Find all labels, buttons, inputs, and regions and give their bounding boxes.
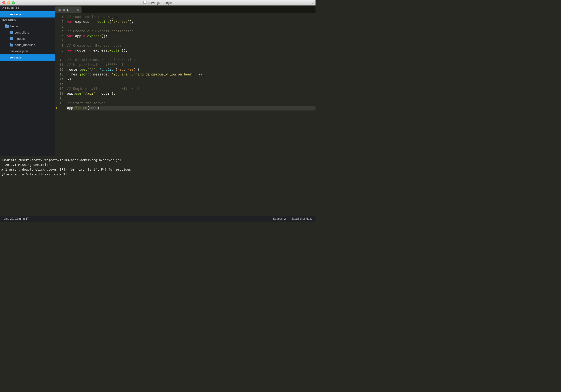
output-line[interactable]: [JSHint: /Users/scott/Projects/talks/bee… [1,158,314,162]
open-files-list: server.js [0,11,55,18]
line-number[interactable]: 16 [55,86,64,91]
tree-item-label: node_modules [15,43,35,47]
file-icon [143,1,147,4]
sidebar: OPEN FILES server.js FOLDERS begincontro… [0,6,55,156]
code-line[interactable] [67,82,315,86]
output-panel[interactable]: [JSHint: /Users/scott/Projects/talks/bee… [0,156,315,216]
output-line[interactable]: [Finished in 0.2s with exit code 2] [1,172,314,177]
code-line[interactable]: // Initial dummy route for testing [67,58,315,63]
line-number[interactable]: 9 [55,53,64,58]
code-line[interactable]: var app = express(); [67,34,315,39]
code-line[interactable]: res.json({ message: 'You are running dan… [67,72,315,77]
main-area: OPEN FILES server.js FOLDERS begincontro… [0,6,315,156]
folder-icon [10,44,13,46]
code-line[interactable] [67,39,315,43]
line-number[interactable]: 15 [55,82,64,86]
output-line[interactable]: 20,17: Missing semicolon. [1,162,314,167]
zoom-window-button[interactable] [12,1,15,4]
code-line[interactable] [67,96,315,101]
status-syntax[interactable]: JavaScript Next [291,217,312,221]
folder-item[interactable]: models [0,36,55,42]
close-window-button[interactable] [2,1,5,4]
file-item[interactable]: server.js [0,54,55,61]
line-number[interactable]: 6 [55,39,64,43]
folder-item[interactable]: node_modules [0,42,55,48]
tree-item-label: models [15,37,25,41]
code-line[interactable]: // Load required packages [67,15,315,19]
line-number[interactable]: 4 [55,29,64,34]
tab-bar: server.js✕ [55,6,315,13]
line-number[interactable]: 2 [55,19,64,24]
line-number[interactable]: 20 [55,106,64,110]
window-title-text: server.js — begin [148,1,172,5]
line-number[interactable]: 1 [55,15,64,19]
folder-item[interactable]: controllers [0,30,55,36]
line-gutter: 1234567891011121314151617181920 [55,15,67,156]
code-line[interactable]: // Register all our routes with /api [67,86,315,91]
tree-item-label: begin [10,24,18,29]
tab-label: server.js [58,8,69,11]
minimize-window-button[interactable] [7,1,10,4]
code-editor[interactable]: 1234567891011121314151617181920 // Load … [55,13,315,156]
line-number[interactable]: 11 [55,63,64,67]
code-line[interactable]: router.get('/', function(req, res) { [67,67,315,72]
open-file-item[interactable]: server.js [0,11,55,18]
window-titlebar: server.js — begin ⤢ [0,0,315,6]
file-item[interactable]: package.json [0,48,55,54]
editor-tab[interactable]: server.js✕ [55,6,82,13]
code-line[interactable]: var express = require('express'); [67,19,315,24]
window-title: server.js — begin [0,1,315,5]
line-number[interactable]: 18 [55,96,64,101]
code-line[interactable]: app.listen(3000) [67,106,315,110]
tree-item-label: package.json [10,49,28,53]
status-indent[interactable]: Spaces: 2 [273,217,286,221]
line-number[interactable]: 13 [55,72,64,77]
line-number[interactable]: 7 [55,43,64,48]
code-line[interactable] [67,24,315,29]
status-bar: Line 20, Column 17 Spaces: 2 JavaScript … [0,216,315,222]
code-line[interactable]: var router = express.Router(); [67,48,315,53]
line-number[interactable]: 19 [55,101,64,106]
folder-tree: begincontrollersmodelsnode_modulespackag… [0,23,55,61]
output-line[interactable]: ✘ 1 error, double-click above, [F4] for … [1,167,314,172]
folder-icon [10,37,13,40]
code-content[interactable]: // Load required packagesvar express = r… [67,15,315,156]
open-files-header: OPEN FILES [0,6,55,11]
line-number[interactable]: 10 [55,58,64,63]
text-cursor [99,106,99,110]
code-line[interactable] [67,53,315,58]
code-line[interactable]: // Create our Express application [67,29,315,34]
line-number[interactable]: 5 [55,34,64,39]
code-line[interactable]: }); [67,77,315,82]
code-line[interactable]: // Create our Express router [67,43,315,48]
code-line[interactable]: // Start the server [67,101,315,106]
tree-item-label: controllers [15,31,29,35]
folder-icon [10,31,13,34]
code-line[interactable]: // http://localhost:3000/api [67,63,315,67]
fullscreen-icon[interactable]: ⤢ [312,1,314,4]
traffic-lights [0,1,15,4]
tree-item-label: server.js [10,55,21,60]
folder-item[interactable]: begin [0,23,55,30]
close-icon[interactable]: ✕ [76,8,79,12]
folders-header: FOLDERS [0,18,55,23]
line-number[interactable]: 17 [55,91,64,96]
editor-area: server.js✕ 12345678910111213141516171819… [55,6,315,156]
line-number[interactable]: 12 [55,67,64,72]
folder-icon [5,25,9,28]
code-line[interactable]: app.use('/api', router); [67,91,315,96]
line-number[interactable]: 3 [55,24,64,29]
line-number[interactable]: 8 [55,48,64,53]
status-cursor-position[interactable]: Line 20, Column 17 [4,217,29,221]
line-number[interactable]: 14 [55,77,64,82]
